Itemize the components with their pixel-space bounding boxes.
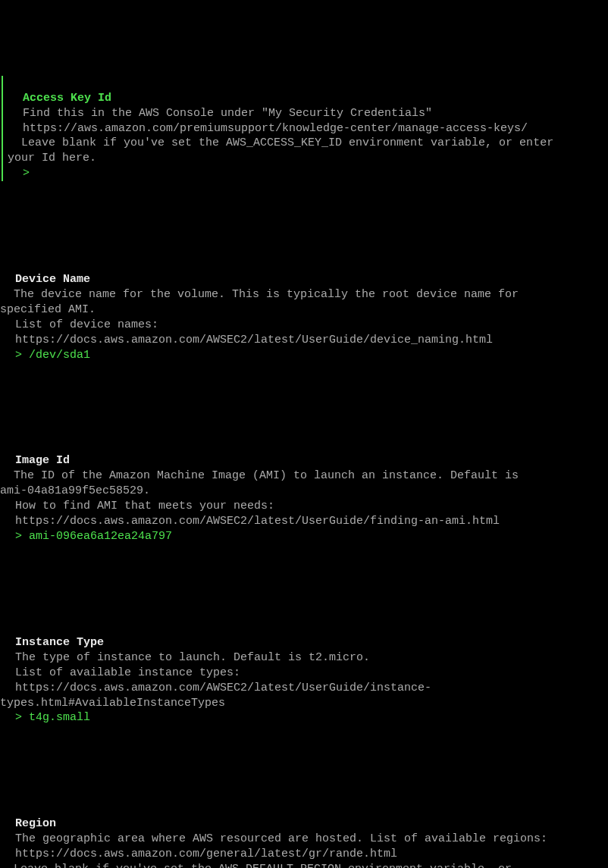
instance-type-url2: types.html#AvailableInstanceTypes (0, 697, 225, 710)
access-key-id-title: Access Key Id (8, 92, 111, 105)
access-key-id-section: Access Key Id Find this in the AWS Conso… (2, 76, 608, 182)
instance-type-section: Instance Type The type of instance to la… (0, 620, 608, 726)
device-name-desc1a: The device name for the volume. This is … (0, 288, 519, 301)
region-desc2a: Leave blank if you've set the AWS_DEFAUL… (0, 863, 512, 868)
device-name-url: https://docs.aws.amazon.com/AWSEC2/lates… (0, 334, 493, 346)
access-key-id-url: https://aws.amazon.com/premiumsupport/kn… (8, 122, 528, 135)
device-name-title: Device Name (0, 273, 90, 286)
image-id-section: Image Id The ID of the Amazon Machine Im… (0, 438, 608, 544)
image-id-desc2: How to find AMI that meets your needs: (0, 500, 274, 512)
access-key-id-desc2a: Leave blank if you've set the AWS_ACCESS… (8, 136, 553, 149)
region-url: https://docs.aws.amazon.com/general/late… (0, 848, 397, 860)
prompt-marker: > (15, 349, 22, 362)
prompt-marker: > (23, 167, 30, 180)
instance-type-desc1: The type of instance to launch. Default … (0, 651, 370, 664)
device-name-desc1b: specified AMI. (0, 303, 96, 316)
region-section: Region The geographic area where AWS res… (0, 801, 608, 868)
image-id-desc1b: ami-04a81a99f5ec58529. (0, 484, 150, 497)
device-name-input[interactable]: /dev/sda1 (29, 349, 90, 362)
region-title: Region (0, 817, 56, 830)
device-name-desc2: List of device names: (0, 318, 158, 331)
image-id-title: Image Id (0, 454, 70, 467)
image-id-desc1a: The ID of the Amazon Machine Image (AMI)… (0, 469, 519, 482)
instance-type-title: Instance Type (0, 636, 104, 649)
instance-type-input[interactable]: t4g.small (29, 711, 90, 724)
prompt-marker: > (15, 530, 22, 543)
device-name-section: Device Name The device name for the volu… (0, 257, 608, 363)
image-id-input[interactable]: ami-096ea6a12ea24a797 (29, 530, 172, 543)
prompt-marker: > (15, 711, 22, 724)
region-desc1: The geographic area where AWS resourced … (0, 832, 547, 845)
access-key-id-desc1: Find this in the AWS Console under "My S… (8, 107, 432, 120)
instance-type-url1: https://docs.aws.amazon.com/AWSEC2/lates… (0, 682, 431, 694)
image-id-url: https://docs.aws.amazon.com/AWSEC2/lates… (0, 515, 500, 528)
instance-type-desc2: List of available instance types: (0, 666, 240, 679)
access-key-id-desc2b: your Id here. (8, 152, 96, 165)
